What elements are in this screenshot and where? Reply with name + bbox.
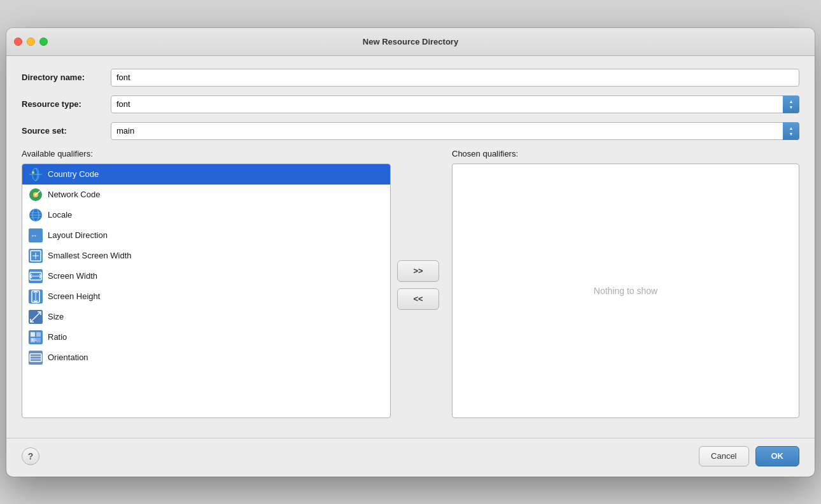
resource-type-label: Resource type: [22, 99, 111, 109]
qualifier-item-orientation[interactable]: Orientation [22, 347, 390, 368]
chosen-qualifiers-label: Chosen qualifiers: [452, 149, 799, 158]
cancel-button[interactable]: Cancel [699, 446, 748, 466]
qualifiers-section: Available qualifiers: Coun [22, 149, 799, 421]
title-bar: New Resource Directory [6, 28, 815, 56]
qualifier-label-orientation: Orientation [48, 353, 88, 362]
resource-type-row: Resource type: font drawable layout valu… [22, 95, 799, 113]
ratio-icon: 4:1 [29, 330, 43, 344]
directory-name-label: Directory name: [22, 73, 111, 82]
qualifier-label-ratio: Ratio [48, 332, 67, 342]
qualifier-item-layout-direction[interactable]: ↔ Layout Direction [22, 225, 390, 246]
layout-direction-icon: ↔ [29, 228, 43, 242]
svg-rect-27 [31, 332, 35, 337]
resource-type-select-wrapper: font drawable layout values mipmap [111, 95, 799, 113]
minimize-button[interactable] [27, 38, 35, 46]
qualifier-item-screen-width[interactable]: Screen Width [22, 266, 390, 286]
source-set-select-wrapper: main test androidTest [111, 122, 799, 140]
dialog-window: New Resource Directory Directory name: R… [6, 28, 815, 477]
qualifier-transfer-buttons: >> << [391, 149, 446, 421]
directory-name-row: Directory name: [22, 69, 799, 87]
source-set-select[interactable]: main test androidTest [111, 122, 799, 140]
nothing-to-show-text: Nothing to show [594, 286, 657, 296]
qualifier-label-country-code: Country Code [48, 169, 99, 179]
close-button[interactable] [14, 38, 22, 46]
available-qualifiers-panel: Available qualifiers: Coun [22, 149, 391, 418]
svg-point-3 [32, 171, 34, 174]
source-set-label: Source set: [22, 126, 111, 136]
footer-action-buttons: Cancel OK [699, 446, 799, 466]
ok-button[interactable]: OK [755, 446, 800, 466]
dialog-body: Directory name: Resource type: font draw… [6, 56, 815, 431]
dialog-footer: ? Cancel OK [6, 438, 815, 477]
svg-text:↔: ↔ [31, 232, 38, 239]
qualifier-label-layout-direction: Layout Direction [48, 230, 108, 240]
add-qualifier-button[interactable]: >> [397, 260, 439, 282]
network-code-icon [29, 188, 43, 202]
remove-qualifier-button[interactable]: << [397, 288, 439, 310]
svg-rect-28 [36, 332, 41, 337]
svg-rect-30 [36, 338, 41, 342]
qualifier-label-screen-width: Screen Width [48, 271, 97, 281]
help-button[interactable]: ? [22, 447, 39, 465]
orientation-icon [29, 351, 43, 365]
screen-height-icon [29, 290, 43, 304]
qualifier-label-size: Size [48, 312, 64, 321]
qualifier-item-screen-height[interactable]: Screen Height [22, 286, 390, 307]
qualifier-item-country-code[interactable]: Country Code [22, 164, 390, 185]
smallest-screen-width-icon [29, 249, 43, 263]
qualifier-item-size[interactable]: Size [22, 307, 390, 327]
maximize-button[interactable] [39, 38, 48, 46]
country-code-icon [29, 167, 43, 181]
qualifier-label-network-code: Network Code [48, 190, 100, 199]
available-qualifiers-label: Available qualifiers: [22, 149, 391, 158]
chosen-qualifiers-panel: Chosen qualifiers: Nothing to show [452, 149, 799, 418]
window-controls [14, 38, 48, 46]
svg-rect-32 [29, 351, 43, 365]
directory-name-input[interactable] [111, 69, 799, 87]
svg-point-6 [35, 193, 37, 195]
qualifier-item-network-code[interactable]: Network Code [22, 185, 390, 205]
qualifier-item-ratio[interactable]: 4:1 Ratio [22, 327, 390, 347]
qualifier-label-smallest-screen-width: Smallest Screen Width [48, 251, 132, 260]
locale-icon [29, 208, 43, 222]
resource-type-select[interactable]: font drawable layout values mipmap [111, 95, 799, 113]
size-icon [29, 310, 43, 324]
source-set-row: Source set: main test androidTest [22, 122, 799, 140]
qualifier-item-locale[interactable]: Locale [22, 205, 390, 225]
screen-width-icon [29, 269, 43, 283]
chosen-qualifiers-list[interactable]: Nothing to show [452, 164, 799, 418]
qualifier-item-smallest-screen-width[interactable]: Smallest Screen Width [22, 246, 390, 266]
qualifier-label-screen-height: Screen Height [48, 291, 100, 301]
qualifier-label-locale: Locale [48, 210, 72, 220]
available-qualifiers-list[interactable]: Country Code Network Code [22, 164, 391, 418]
svg-text:4:1: 4:1 [31, 338, 37, 342]
dialog-title: New Resource Directory [363, 37, 458, 46]
